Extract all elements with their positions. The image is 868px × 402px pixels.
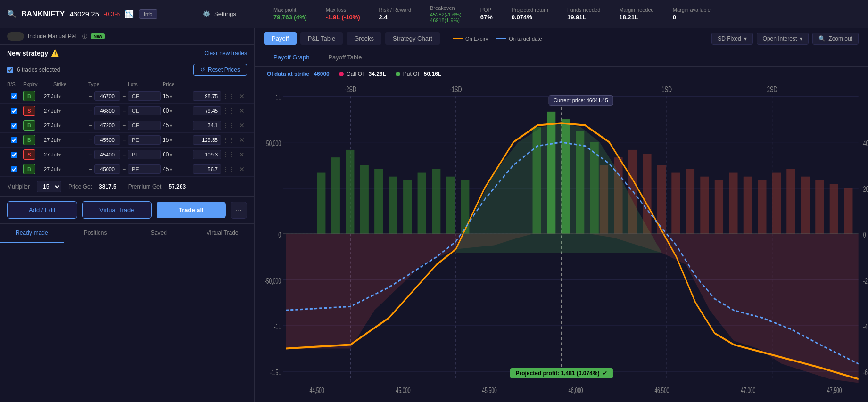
tab-ready-made[interactable]: Ready-made (0, 224, 64, 243)
trade-checkbox-4[interactable] (7, 152, 21, 158)
delete-button-3[interactable]: ✕ (232, 136, 251, 144)
chevron-lots-1[interactable]: ▾ (170, 108, 172, 114)
delete-button-1[interactable]: ✕ (232, 107, 251, 115)
strike-minus-3[interactable]: − (88, 136, 93, 144)
strike-minus-0[interactable]: − (88, 92, 93, 100)
chart-tab-pl-table[interactable]: P&L Table (300, 32, 343, 45)
more-button[interactable]: ··· (231, 202, 247, 219)
sub-tab-payoff-graph[interactable]: Payoff Graph (264, 49, 319, 66)
chart-tab-strategy-chart[interactable]: Strategy Chart (385, 32, 440, 45)
chevron-expiry-2[interactable]: ▾ (58, 123, 61, 128)
bs-button-4[interactable]: S (23, 149, 35, 160)
bs-button-2[interactable]: B (23, 120, 35, 131)
type-badge-0[interactable]: CE (128, 91, 161, 101)
select-all-checkbox[interactable] (7, 67, 13, 73)
chevron-expiry-4[interactable]: ▾ (58, 152, 61, 157)
trade-checkbox-5[interactable] (7, 166, 21, 172)
settings-button[interactable]: ⚙️ Settings (203, 10, 236, 17)
tab-positions[interactable]: Positions (64, 224, 127, 243)
strike-plus-3[interactable]: + (122, 136, 126, 144)
ticker-section: 🔍 BANKNIFTY 46029.25 -0.3% 📉 Info (0, 0, 193, 28)
chevron-lots-5[interactable]: ▾ (170, 167, 172, 172)
header-lots: Lots (128, 82, 161, 87)
trade-checkbox-1[interactable] (7, 108, 21, 114)
trade-checkbox-3[interactable] (7, 137, 21, 143)
risk-reward-stat: Risk / Reward 2.4 (379, 7, 411, 21)
chevron-expiry-3[interactable]: ▾ (58, 138, 61, 143)
price-input-0[interactable] (193, 91, 221, 101)
chevron-lots-4[interactable]: ▾ (170, 152, 172, 157)
delete-button-4[interactable]: ✕ (232, 151, 251, 158)
strike-input-0[interactable] (94, 91, 120, 101)
price-input-5[interactable] (193, 164, 221, 174)
price-input-3[interactable] (193, 135, 221, 145)
chart-tab-greeks[interactable]: Greeks (347, 32, 381, 45)
expiry-cell-1: 27 Jul ▾ (44, 108, 86, 114)
tab-saved[interactable]: Saved (127, 224, 191, 243)
manual-pl-toggle[interactable] (7, 32, 24, 41)
svg-rect-33 (360, 165, 369, 234)
strike-plus-5[interactable]: + (122, 165, 126, 173)
strike-minus-5[interactable]: − (88, 165, 93, 173)
sub-tab-payoff-table[interactable]: Payoff Table (319, 49, 371, 66)
chart-tab-payoff[interactable]: Payoff (264, 32, 297, 45)
price-input-2[interactable] (193, 121, 221, 130)
strike-minus-2[interactable]: − (88, 122, 93, 129)
strike-input-1[interactable] (94, 106, 120, 115)
info-button[interactable]: Info (139, 9, 157, 19)
delete-button-0[interactable]: ✕ (232, 92, 251, 100)
strike-input-4[interactable] (94, 150, 120, 159)
settings-section: ⚙️ Settings (193, 0, 264, 28)
type-badge-2[interactable]: CE (128, 121, 161, 130)
search-icon[interactable]: 🔍 (7, 9, 17, 18)
trade-checkbox-0[interactable] (7, 93, 21, 99)
type-badge-3[interactable]: PE (128, 135, 161, 145)
strike-minus-1[interactable]: − (88, 107, 93, 115)
open-interest-button[interactable]: Open Interest ▾ (757, 33, 809, 45)
svg-text:45,500: 45,500 (482, 386, 497, 394)
virtual-trade-button[interactable]: Virtual Trade (82, 201, 152, 219)
manual-pl-label: Include Manual P&L (28, 33, 78, 40)
strike-input-2[interactable] (94, 121, 120, 130)
strike-plus-4[interactable]: + (122, 151, 126, 158)
type-badge-4[interactable]: PE (128, 150, 161, 159)
sub-tabs: Payoff Graph Payoff Table (255, 49, 868, 67)
pop-value: 67% (480, 14, 493, 21)
strike-plus-1[interactable]: + (122, 107, 126, 115)
oi-info-bar: OI data at strike 46000 Call OI 34.26L P… (255, 67, 868, 81)
delete-button-5[interactable]: ✕ (232, 165, 251, 173)
chevron-lots-3[interactable]: ▾ (170, 138, 172, 143)
bs-button-1[interactable]: S (23, 106, 35, 116)
strike-minus-4[interactable]: − (88, 151, 93, 158)
chevron-expiry-0[interactable]: ▾ (58, 94, 61, 99)
chevron-lots-2[interactable]: ▾ (170, 123, 172, 128)
bs-button-5[interactable]: B (23, 164, 35, 174)
multiplier-select[interactable]: 15 (37, 181, 61, 192)
strike-input-5[interactable] (94, 164, 120, 174)
bs-button-0[interactable]: B (23, 91, 35, 101)
add-edit-button[interactable]: Add / Edit (7, 201, 77, 219)
type-badge-5[interactable]: PE (128, 164, 161, 174)
chevron-lots-0[interactable]: ▾ (170, 94, 172, 99)
type-badge-1[interactable]: CE (128, 106, 161, 115)
strike-plus-0[interactable]: + (122, 92, 126, 100)
chevron-expiry-5[interactable]: ▾ (58, 167, 61, 172)
strike-input-3[interactable] (94, 135, 120, 145)
bs-button-3[interactable]: B (23, 135, 35, 145)
sd-fixed-button[interactable]: SD Fixed ▾ (711, 33, 752, 45)
strike-plus-2[interactable]: + (122, 122, 126, 129)
tab-virtual-trade[interactable]: Virtual Trade (190, 224, 254, 243)
trade-all-button[interactable]: Trade all (157, 202, 226, 218)
on-expiry-line (453, 38, 463, 39)
trades-table: B 27 Jul ▾ − + CE 15 ▾ ⋮⋮ ✕ S (0, 89, 254, 177)
zoom-out-button[interactable]: 🔍 Zoom out (812, 33, 859, 45)
price-input-1[interactable] (193, 106, 221, 115)
chevron-expiry-1[interactable]: ▾ (58, 108, 61, 114)
svg-rect-59 (786, 169, 795, 234)
reset-prices-button[interactable]: ↺ Reset Prices (193, 64, 247, 76)
breakeven-val1: 45282(-1.6%) (430, 12, 462, 17)
trade-checkbox-2[interactable] (7, 123, 21, 129)
clear-trades-button[interactable]: Clear new trades (204, 50, 247, 57)
delete-button-2[interactable]: ✕ (232, 122, 251, 129)
price-input-4[interactable] (193, 150, 221, 159)
